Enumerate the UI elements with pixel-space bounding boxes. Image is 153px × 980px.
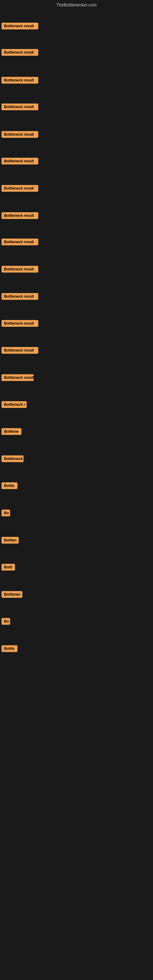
bottleneck-badge-13[interactable]: Bottleneck result (2, 347, 38, 354)
bottleneck-badge-19[interactable]: Bo (2, 510, 10, 516)
bottleneck-badge-9[interactable]: Bottleneck result (2, 239, 38, 245)
bottleneck-row-5: Bottleneck result (0, 130, 40, 140)
bottleneck-badge-4[interactable]: Bottleneck result (2, 103, 38, 110)
bottleneck-row-16: Bottlene (0, 426, 23, 438)
bottleneck-badge-14[interactable]: Bottleneck result (2, 374, 33, 381)
bottleneck-badge-22[interactable]: Bottlenec (2, 591, 22, 598)
bottleneck-badge-6[interactable]: Bottleneck result (2, 158, 38, 164)
bottleneck-row-21: Bottl (0, 562, 16, 573)
bottleneck-badge-17[interactable]: Bottleneck (2, 455, 24, 462)
bottleneck-badge-18[interactable]: Bottle (2, 482, 18, 489)
bottleneck-row-22: Bottlenec (0, 590, 24, 601)
bottleneck-row-14: Bottleneck result (0, 373, 35, 384)
bottleneck-badge-10[interactable]: Bottleneck result (2, 266, 38, 272)
bottleneck-badge-1[interactable]: Bottleneck result (2, 23, 38, 29)
bottleneck-row-1: Bottleneck result (0, 21, 40, 32)
bottleneck-badge-12[interactable]: Bottleneck result (2, 320, 38, 327)
bottleneck-row-24: Bottle (0, 644, 19, 655)
bottleneck-badge-7[interactable]: Bottleneck result (2, 185, 38, 192)
bottleneck-badge-16[interactable]: Bottlene (2, 428, 21, 435)
bottleneck-row-18: Bottle (0, 481, 19, 492)
bottleneck-badge-11[interactable]: Bottleneck result (2, 293, 38, 300)
bottleneck-row-13: Bottleneck result (0, 345, 40, 356)
bottleneck-row-20: Bottlen (0, 535, 20, 546)
bottleneck-row-3: Bottleneck result (0, 75, 40, 86)
bottleneck-row-10: Bottleneck result (0, 264, 40, 275)
bottleneck-badge-5[interactable]: Bottleneck result (2, 131, 38, 138)
site-title: TheBottlenecker.com (0, 0, 153, 10)
bottleneck-badge-3[interactable]: Bottleneck result (2, 77, 38, 84)
page-container: TheBottlenecker.com Bottleneck resultBot… (0, 0, 153, 980)
bottleneck-badge-15[interactable]: Bottleneck r (2, 401, 27, 408)
bottleneck-row-2: Bottleneck result (0, 48, 40, 59)
bottleneck-badge-21[interactable]: Bottl (2, 564, 15, 571)
bottleneck-row-6: Bottleneck result (0, 156, 40, 167)
bottleneck-badge-23[interactable]: Bo (2, 618, 10, 625)
bottleneck-row-7: Bottleneck result (0, 183, 40, 194)
bottleneck-badge-2[interactable]: Bottleneck result (2, 49, 38, 56)
bottleneck-row-23: Bo (0, 616, 12, 627)
bottleneck-row-11: Bottleneck result (0, 291, 40, 302)
bottleneck-row-4: Bottleneck result (0, 102, 40, 113)
bottleneck-row-8: Bottleneck result (0, 211, 40, 222)
bottleneck-badge-20[interactable]: Bottlen (2, 537, 19, 544)
bottleneck-row-12: Bottleneck result (0, 318, 40, 329)
bottleneck-row-19: Bo (0, 508, 12, 519)
rows-container: Bottleneck resultBottleneck resultBottle… (0, 10, 153, 980)
bottleneck-badge-24[interactable]: Bottle (2, 645, 18, 652)
bottleneck-badge-8[interactable]: Bottleneck result (2, 212, 38, 219)
bottleneck-row-9: Bottleneck result (0, 237, 40, 248)
bottleneck-row-15: Bottleneck r (0, 400, 28, 411)
bottleneck-row-17: Bottleneck (0, 454, 25, 465)
